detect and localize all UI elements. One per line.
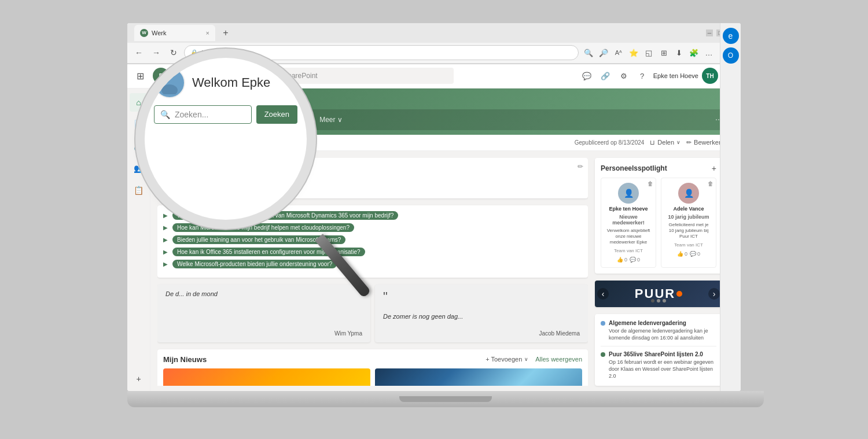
news-add-btn[interactable]: + Toevoegen ∨ bbox=[486, 356, 528, 363]
mag-welcome-text: Welkom Epke bbox=[192, 75, 270, 90]
tab-close-btn[interactable]: × bbox=[206, 29, 209, 36]
quote-2-card: " De zomer is nog geen dag... Jacob Mied… bbox=[375, 285, 588, 342]
puur-dot bbox=[676, 291, 682, 297]
edge-outlook-btn[interactable]: O bbox=[723, 47, 739, 64]
more-icon[interactable]: … bbox=[703, 46, 715, 59]
person-1-name: Epke ten Hoeve bbox=[609, 206, 648, 212]
news-all-btn[interactable]: Alles weergeven bbox=[535, 356, 582, 363]
person-1-reactions: 👍 0 💬 0 bbox=[617, 257, 640, 263]
announce-2-header: Puur 365live SharePoint lijsten 2.0 bbox=[601, 351, 716, 357]
news-header: Mijn Nieuws + Toevoegen ∨ Alles weergeve… bbox=[163, 355, 582, 364]
magnifier-overlay: Welkom Epke 🔍 Zoeken... Zoeken bbox=[145, 58, 341, 254]
person-2-comment-btn[interactable]: 💬 0 bbox=[690, 251, 700, 257]
sidebar-add-btn[interactable]: + bbox=[130, 370, 148, 388]
settings-icon-btn[interactable]: ⚙ bbox=[616, 68, 631, 83]
person-2-delete-btn[interactable]: 🗑 bbox=[708, 180, 713, 187]
quote-1-text: De d... in de mond bbox=[165, 290, 362, 297]
person-1-comment-btn[interactable]: 💬 0 bbox=[630, 257, 640, 263]
share-btn[interactable]: ⊔ Delen ∨ bbox=[650, 139, 681, 146]
announce-1-header: Algemene ledenvergadering bbox=[601, 320, 716, 326]
faq-tag-5[interactable]: Welke Microsoft-producten bieden jullie … bbox=[172, 260, 337, 268]
person-1-role: Nieuwe medewerker! bbox=[606, 214, 651, 226]
quote-mark-2: " bbox=[383, 290, 580, 303]
mag-search-btn[interactable]: Zoeken bbox=[256, 105, 297, 124]
minimize-btn[interactable]: ─ bbox=[706, 29, 713, 36]
announce-1-title: Algemene ledenvergadering bbox=[609, 320, 686, 326]
back-btn[interactable]: ← bbox=[132, 46, 146, 60]
mag-search-icon: 🔍 bbox=[160, 110, 170, 119]
carousel-dot-1[interactable] bbox=[651, 299, 654, 302]
edge-copilot-btn[interactable]: e bbox=[723, 28, 739, 44]
extensions-icon[interactable]: 🧩 bbox=[687, 46, 700, 59]
news-image-2[interactable] bbox=[375, 368, 582, 386]
browser-tab[interactable]: W Werk × bbox=[134, 25, 215, 41]
new-tab-btn[interactable]: + bbox=[218, 25, 234, 41]
help-icon-btn[interactable]: ? bbox=[635, 68, 650, 83]
laptop-base bbox=[127, 391, 764, 407]
person-2-role: 10 jarig jubileum bbox=[668, 214, 709, 220]
search-toolbar-icon[interactable]: 🔍 bbox=[582, 46, 595, 59]
news-title-text: Mijn Nieuws bbox=[163, 355, 207, 364]
person-1-desc: Verwelkom alsjeblieft onze nieuwe medewe… bbox=[606, 228, 651, 246]
announce-item-2: Puur 365live SharePoint lijsten 2.0 Op 1… bbox=[601, 351, 716, 379]
collections-icon[interactable]: ⊞ bbox=[657, 46, 670, 59]
mag-welcome-row: Welkom Epke bbox=[154, 67, 297, 98]
person-card-2: 🗑 👤 Adele Vance 10 jarig jubileum Gefeli… bbox=[661, 178, 716, 268]
spotlight-title-text: Personeelsspotlight bbox=[601, 164, 667, 172]
person-1-avatar: 👤 bbox=[618, 183, 639, 204]
download-icon[interactable]: ⬇ bbox=[672, 46, 685, 59]
browser-window: W Werk × + ─ □ × ← → ↻ bbox=[127, 23, 741, 416]
puur-logo-card: ‹ PUUR › bbox=[595, 281, 722, 307]
tab-label: Werk bbox=[152, 29, 166, 36]
announce-item-1: Algemene ledenvergadering Voor de algeme… bbox=[601, 320, 716, 346]
sp-nav-right: 💬 🔗 ⚙ ? Epke ten Hoeve TH bbox=[579, 68, 718, 84]
magnifier-glass: Welkom Epke 🔍 Zoeken... Zoeken bbox=[145, 58, 307, 220]
user-avatar[interactable]: TH bbox=[702, 68, 718, 84]
edge-right-sidebar: e O bbox=[720, 23, 741, 391]
announce-2-title: Puur 365live SharePoint lijsten 2.0 bbox=[609, 351, 703, 357]
news-images bbox=[163, 368, 582, 386]
carousel-dots bbox=[651, 299, 666, 302]
person-2-like-btn[interactable]: 👍 0 bbox=[677, 251, 687, 257]
app-edit-icon[interactable]: ✏ bbox=[578, 163, 583, 171]
carousel-right-btn[interactable]: › bbox=[708, 288, 720, 300]
quote-1-author: Wim Ypma bbox=[165, 330, 362, 337]
spotlight-persons: 🗑 👤 Epke ten Hoeve Nieuwe medewerker! Ve… bbox=[601, 178, 716, 268]
svg-point-0 bbox=[164, 73, 175, 83]
chat-icon-btn[interactable]: 💬 bbox=[579, 68, 594, 83]
favorites-icon[interactable]: ⭐ bbox=[627, 46, 640, 59]
quote-2-text: De zomer is nog geen dag... bbox=[383, 313, 580, 320]
spotlight-header: Personeelsspotlight + bbox=[601, 164, 716, 173]
svg-point-1 bbox=[161, 84, 178, 94]
spotlight-card: Personeelsspotlight + 🗑 👤 Epke ten Hoeve bbox=[595, 158, 722, 274]
reader-icon[interactable]: Aᴬ bbox=[612, 46, 625, 59]
person-2-avatar: 👤 bbox=[678, 183, 699, 204]
zoom-icon[interactable]: 🔎 bbox=[597, 46, 610, 59]
person-1-like-btn[interactable]: 👍 0 bbox=[617, 257, 627, 263]
person-card-1: 🗑 👤 Epke ten Hoeve Nieuwe medewerker! Ve… bbox=[601, 178, 656, 268]
mag-search-row: 🔍 Zoeken... Zoeken bbox=[154, 105, 297, 124]
quotes-row: De d... in de mond Wim Ypma " De zomer i… bbox=[157, 285, 588, 342]
sp-right-column: Personeelsspotlight + 🗑 👤 Epke ten Hoeve bbox=[595, 158, 722, 386]
person-2-desc: Gefeliciteerd met je 10 jarig jubileum b… bbox=[666, 222, 711, 240]
spotlight-add-btn[interactable]: + bbox=[712, 164, 716, 173]
person-1-delete-btn[interactable]: 🗑 bbox=[648, 180, 653, 187]
mag-search-placeholder: Zoeken... bbox=[175, 110, 208, 119]
faq-item-5[interactable]: ▶ Welke Microsoft-producten bieden julli… bbox=[163, 260, 582, 268]
announce-2-desc: Op 16 februari wordt er een webinar gege… bbox=[601, 359, 716, 379]
share-icon-btn[interactable]: 🔗 bbox=[598, 68, 613, 83]
news-section: Mijn Nieuws + Toevoegen ∨ Alles weergeve… bbox=[157, 349, 588, 386]
address-text: Werk bbox=[202, 49, 216, 56]
mag-search-input[interactable]: 🔍 Zoeken... bbox=[154, 105, 252, 124]
announce-2-dot bbox=[601, 352, 605, 357]
carousel-dot-3[interactable] bbox=[663, 299, 666, 302]
split-view-icon[interactable]: ◱ bbox=[642, 46, 655, 59]
carousel-left-btn[interactable]: ‹ bbox=[597, 288, 609, 300]
carousel-dot-2[interactable] bbox=[657, 299, 660, 302]
quote-2-author: Jacob Miedema bbox=[383, 330, 580, 337]
toolbar-icons: 🔍 🔎 Aᴬ ⭐ ◱ ⊞ ⬇ 🧩 … e bbox=[582, 45, 736, 61]
browser-titlebar: W Werk × + ─ □ × bbox=[127, 23, 741, 43]
user-name-text: Epke ten Hoeve bbox=[653, 72, 698, 79]
edit-btn[interactable]: ✏ Bewerken bbox=[686, 139, 722, 146]
news-image-1[interactable] bbox=[163, 368, 370, 386]
